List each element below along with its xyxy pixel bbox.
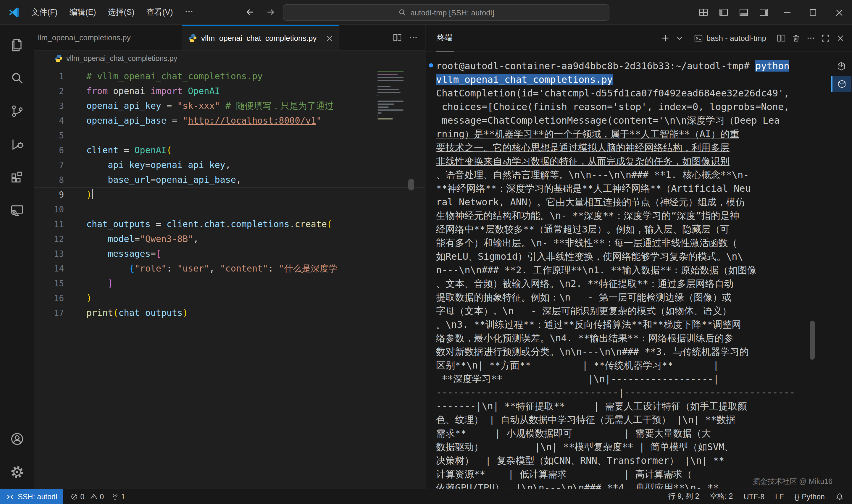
- notifications-bell-icon[interactable]: [835, 492, 844, 501]
- terminal-line[interactable]: rning）是**机器学习**的一个子领域，属于**人工智能**（AI）的重: [436, 127, 828, 141]
- new-terminal-icon[interactable]: [661, 34, 670, 42]
- terminal-line[interactable]: 字母（文本）。\n - 深层可能识别更复杂的模式（如物体、语义）: [436, 304, 828, 318]
- command-center[interactable]: autodl-tmp [SSH: autodl]: [283, 4, 610, 21]
- remote-indicator[interactable]: SSH: autodl: [0, 489, 63, 504]
- terminal-line[interactable]: 能有多个）和输出层。\n- **非线性**：每一层通过非线性激活函数（: [436, 236, 828, 250]
- code-line[interactable]: 10: [34, 202, 425, 217]
- terminal-line[interactable]: --------------------------------|-------…: [436, 386, 828, 399]
- code-line[interactable]: 1# vllm_openai_chat_completions.py: [34, 69, 425, 84]
- toggle-secondary-sidebar-icon[interactable]: [754, 0, 774, 25]
- chevron-down-icon[interactable]: [676, 34, 683, 42]
- menu-view[interactable]: 查看(V): [141, 4, 178, 20]
- code-line[interactable]: 12 model="Qwen3-8B",: [34, 232, 425, 247]
- back-button[interactable]: [245, 7, 255, 17]
- terminal-line[interactable]: ChatCompletion(id='chatcmpl-d55fd1ca07f0…: [436, 86, 828, 100]
- terminal-line[interactable]: 非线性变换来自动学习数据的特征，从而完成复杂的任务，如图像识别: [436, 155, 828, 168]
- terminal-line[interactable]: **神经网络**：深度学习的基础是**人工神经网络**（Artificial N…: [436, 182, 828, 195]
- problems-indicator[interactable]: 0 0: [70, 492, 104, 501]
- terminal-line[interactable]: root@autodl-container-aa9d4bbc8b-2d316b3…: [436, 59, 828, 73]
- extensions-icon[interactable]: [0, 161, 34, 194]
- split-editor-icon[interactable]: [393, 33, 402, 42]
- terminal-line[interactable]: 色、纹理） | 自动从数据中学习特征（无需人工干预） |\n| **数据: [436, 413, 828, 427]
- terminal-line[interactable]: 。\n3. **训练过程**：通过**反向传播算法**和**梯度下降**调整网: [436, 318, 828, 331]
- terminal-scrollbar[interactable]: [810, 321, 815, 360]
- toggle-sidebar-icon[interactable]: [713, 0, 734, 25]
- maximize-button[interactable]: [800, 0, 826, 25]
- minimize-button[interactable]: [774, 0, 800, 25]
- maximize-panel-icon[interactable]: [821, 34, 830, 42]
- terminal-line[interactable]: vllm_openai_chat_completions.py: [436, 73, 828, 86]
- code-line[interactable]: 4openai_api_base = "http://localhost:800…: [34, 113, 425, 128]
- account-icon[interactable]: [0, 422, 34, 455]
- terminal-line[interactable]: 要技术之一。它的核心思想是通过模拟人脑的神经网络结构，利用多层: [436, 141, 828, 155]
- more-actions-icon[interactable]: [806, 34, 815, 42]
- code-line[interactable]: 8 base_url=openai_api_base,: [34, 173, 425, 187]
- tab-terminal[interactable]: 终端: [436, 25, 454, 52]
- menu-selection[interactable]: 选择(S): [103, 4, 140, 20]
- terminal-session[interactable]: bash - autodl-tmp: [694, 34, 766, 42]
- close-panel-icon[interactable]: [836, 34, 845, 42]
- ports-indicator[interactable]: 1: [111, 492, 125, 501]
- close-tab-icon[interactable]: [325, 34, 334, 42]
- cursor-position[interactable]: 行 9, 列 2: [668, 491, 699, 502]
- code-line[interactable]: 16): [34, 291, 425, 306]
- menu-file[interactable]: 文件(F): [26, 4, 63, 20]
- terminal-instance-cube-icon[interactable]: [831, 58, 851, 74]
- terminal-line[interactable]: 数对新数据进行预测或分类。\n\n---\n\n### **3. 与传统机器学习…: [436, 345, 828, 359]
- menu-edit[interactable]: 编辑(E): [64, 4, 102, 20]
- close-button[interactable]: [826, 0, 852, 25]
- terminal-line[interactable]: 决策树） | 复杂模型（如CNN、RNN、Transformer） |\n| *…: [436, 454, 828, 467]
- tab-vllm-openai-chat-completions[interactable]: vllm_openai_chat_completions.py: [182, 25, 339, 50]
- code-line[interactable]: 13 messages=[: [34, 247, 425, 262]
- customize-layout-icon[interactable]: [693, 0, 713, 25]
- forward-button[interactable]: [266, 7, 276, 17]
- terminal-line[interactable]: 需求** | 小规模数据即可 | 需要大量数据（大: [436, 427, 828, 440]
- terminal-line[interactable]: 生物神经元的结构和功能。\n- **深度**：深度学习的“深度”指的是神: [436, 209, 828, 222]
- terminal-line[interactable]: 数据驱动） |\n| **模型复杂度** | 简单模型（如SVM、: [436, 440, 828, 454]
- terminal-line[interactable]: 如ReLU、Sigmoid）引入非线性变换，使网络能够学习复杂的模式。\n\: [436, 250, 828, 263]
- terminal-line[interactable]: choices=[Choice(finish_reason='stop', in…: [436, 100, 828, 113]
- terminal-line[interactable]: 区别**\n| **方面** | **传统机器学习** |: [436, 359, 828, 372]
- explorer-icon[interactable]: [0, 29, 34, 61]
- terminal-viewport[interactable]: root@autodl-container-aa9d4bbc8b-2d316b3…: [425, 52, 831, 489]
- code-line[interactable]: 3openai_api_key = "sk-xxx" # 随便填写，只是为了通过: [34, 99, 425, 113]
- indentation[interactable]: 空格: 2: [710, 491, 733, 502]
- code-line[interactable]: 5: [34, 128, 425, 143]
- menu-overflow-icon[interactable]: [180, 4, 199, 20]
- search-sidebar-icon[interactable]: [0, 61, 34, 95]
- split-terminal-icon[interactable]: [777, 34, 786, 42]
- kill-terminal-icon[interactable]: [792, 34, 800, 42]
- language-mode[interactable]: {} Python: [794, 492, 825, 501]
- more-actions-icon[interactable]: [409, 33, 418, 42]
- settings-gear-icon[interactable]: [0, 455, 34, 489]
- code-line[interactable]: 2from openai import OpenAI: [34, 84, 425, 99]
- tab-llm-openai-completions[interactable]: llm_openai_completions.py: [34, 25, 182, 50]
- code-editor[interactable]: 1# vllm_openai_chat_completions.py2from …: [34, 66, 425, 489]
- minimap[interactable]: [378, 71, 405, 121]
- terminal-line[interactable]: 络参数，最小化预测误差。\n4. **输出结果**：网络根据训练后的参: [436, 331, 828, 345]
- terminal-line[interactable]: n---\n\n### **2. 工作原理**\n1. **输入数据**：原始数…: [436, 263, 828, 277]
- terminal-line[interactable]: **深度学习** |\n|------------------|: [436, 372, 828, 386]
- code-line[interactable]: 6client = OpenAI(: [34, 143, 425, 158]
- remote-explorer-icon[interactable]: [0, 194, 34, 227]
- toggle-panel-icon[interactable]: [734, 0, 754, 25]
- terminal-line[interactable]: 、文本、音频）被输入网络。\n2. **特征提取**：通过多层网络自动: [436, 277, 828, 290]
- terminal-line[interactable]: 提取数据的抽象特征。例如：\n - 第一层可能检测边缘（图像）或: [436, 290, 828, 304]
- encoding[interactable]: UTF-8: [743, 492, 764, 501]
- code-line[interactable]: 9): [34, 187, 425, 202]
- code-line[interactable]: 17print(chat_outputs): [34, 306, 425, 321]
- terminal-line[interactable]: message=ChatCompletionMessage(content='\…: [436, 113, 828, 127]
- code-line[interactable]: 11chat_outputs = client.chat.completions…: [34, 217, 425, 232]
- terminal-line[interactable]: 、语音处理、自然语言理解等。\n\n---\n\n### **1. 核心概念**…: [436, 168, 828, 182]
- eol-sequence[interactable]: LF: [775, 492, 784, 501]
- terminal-line[interactable]: 经网络中**层数较多**（通常超过3层）。例如，输入层、隐藏层（可: [436, 222, 828, 236]
- terminal-line[interactable]: -------|\n| **特征提取** | 需要人工设计特征（如手工提取颜: [436, 399, 828, 413]
- code-line[interactable]: 7 api_key=openai_api_key,: [34, 158, 425, 173]
- code-line[interactable]: 15 ]: [34, 276, 425, 291]
- terminal-line[interactable]: ral Network, ANN）。它由大量相互连接的节点（神经元）组成，模仿: [436, 195, 828, 209]
- code-line[interactable]: 14 {"role": "user", "content": "什么是深度学: [34, 262, 425, 276]
- breadcrumb[interactable]: vllm_openai_chat_completions.py: [34, 51, 425, 66]
- terminal-instance-cube-icon[interactable]: [831, 76, 851, 92]
- editor-scrollbar[interactable]: [408, 179, 414, 191]
- source-control-icon[interactable]: [0, 95, 34, 128]
